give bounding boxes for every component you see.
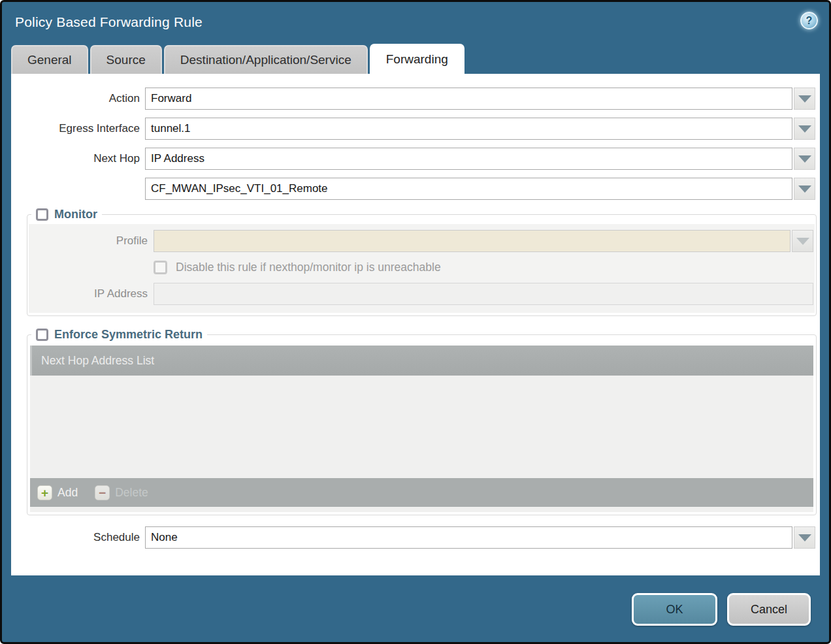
help-icon[interactable]: ? bbox=[800, 12, 818, 29]
chevron-down-icon bbox=[798, 125, 811, 133]
disable-rule-row: Disable this rule if nexthop/monitor ip … bbox=[154, 261, 815, 274]
plus-icon: + bbox=[37, 485, 52, 500]
add-button[interactable]: + Add bbox=[37, 485, 78, 500]
disable-rule-checkbox bbox=[154, 261, 167, 274]
enforce-symmetric-return-checkbox[interactable] bbox=[36, 329, 48, 341]
profile-label: Profile bbox=[29, 234, 148, 248]
monitor-ip-input bbox=[154, 283, 813, 305]
chevron-down-icon bbox=[798, 155, 811, 163]
enforce-legend-label: Enforce Symmetric Return bbox=[54, 328, 203, 342]
table-bottom-strip bbox=[30, 507, 813, 512]
monitor-ip-row: IP Address bbox=[29, 283, 813, 305]
egress-interface-dropdown-button[interactable] bbox=[794, 118, 815, 140]
forwarding-tab-panel: Action Forward Egress Interface tunnel.1… bbox=[11, 74, 820, 575]
egress-interface-label: Egress Interface bbox=[11, 122, 140, 135]
enforce-legend: Enforce Symmetric Return bbox=[31, 328, 207, 342]
dialog-title: Policy Based Forwarding Rule bbox=[15, 14, 829, 30]
next-hop-row: Next Hop IP Address bbox=[11, 148, 815, 170]
schedule-row: Schedule None bbox=[11, 526, 815, 549]
cancel-button[interactable]: Cancel bbox=[727, 593, 811, 626]
monitor-legend: Monitor bbox=[31, 208, 102, 221]
titlebar: Policy Based Forwarding Rule ? bbox=[2, 2, 829, 44]
schedule-select[interactable]: None bbox=[145, 526, 792, 549]
chevron-down-icon bbox=[798, 95, 811, 103]
egress-interface-row: Egress Interface tunnel.1 bbox=[11, 118, 815, 140]
chevron-down-icon bbox=[798, 534, 811, 541]
next-hop-value-row: CF_MWAN_IPsec_VTI_01_Remote bbox=[11, 178, 815, 200]
plus-glyph: + bbox=[41, 487, 48, 499]
egress-interface-select[interactable]: tunnel.1 bbox=[145, 118, 792, 140]
minus-glyph: − bbox=[99, 487, 106, 499]
tab-forwarding[interactable]: Forwarding bbox=[370, 44, 464, 74]
action-label: Action bbox=[11, 92, 140, 105]
next-hop-type-dropdown-button[interactable] bbox=[794, 148, 815, 170]
tab-source[interactable]: Source bbox=[90, 45, 162, 74]
next-hop-type-select[interactable]: IP Address bbox=[145, 148, 792, 170]
action-row: Action Forward bbox=[11, 88, 815, 110]
monitor-ip-label: IP Address bbox=[29, 287, 148, 300]
next-hop-address-select[interactable]: CF_MWAN_IPsec_VTI_01_Remote bbox=[145, 178, 792, 200]
schedule-label: Schedule bbox=[11, 531, 140, 544]
profile-dropdown-button bbox=[792, 230, 813, 252]
action-dropdown-button[interactable] bbox=[794, 88, 815, 110]
delete-button: − Delete bbox=[95, 485, 148, 500]
monitor-panel: Profile Disable this rule if nexthop/mon… bbox=[29, 224, 815, 313]
disable-rule-label: Disable this rule if nexthop/monitor ip … bbox=[176, 261, 441, 274]
table-toolbar: + Add − Delete bbox=[30, 478, 813, 507]
monitor-legend-label: Monitor bbox=[54, 208, 97, 221]
profile-row: Profile bbox=[29, 230, 813, 252]
delete-button-label: Delete bbox=[115, 486, 148, 500]
dialog-footer: OK Cancel bbox=[2, 593, 829, 626]
next-hop-label: Next Hop bbox=[11, 152, 140, 165]
next-hop-address-table: Next Hop Address List + Add − Delete bbox=[30, 346, 813, 512]
tab-general[interactable]: General bbox=[11, 45, 88, 74]
schedule-dropdown-button[interactable] bbox=[794, 526, 815, 549]
next-hop-address-list-body[interactable] bbox=[30, 376, 813, 478]
ok-button[interactable]: OK bbox=[632, 593, 717, 626]
profile-select bbox=[154, 230, 790, 252]
action-select[interactable]: Forward bbox=[145, 88, 792, 110]
minus-icon: − bbox=[95, 485, 110, 500]
policy-based-forwarding-dialog: Policy Based Forwarding Rule ? General S… bbox=[0, 0, 831, 644]
enforce-symmetric-return-fieldset: Enforce Symmetric Return Next Hop Addres… bbox=[27, 328, 817, 515]
tab-bar: General Source Destination/Application/S… bbox=[2, 44, 829, 74]
chevron-down-icon bbox=[796, 238, 809, 245]
add-button-label: Add bbox=[57, 486, 78, 500]
next-hop-address-dropdown-button[interactable] bbox=[794, 178, 815, 200]
tab-destination-application-service[interactable]: Destination/Application/Service bbox=[164, 45, 368, 74]
chevron-down-icon bbox=[798, 185, 811, 193]
next-hop-address-list-header[interactable]: Next Hop Address List bbox=[30, 346, 813, 376]
monitor-fieldset: Monitor Profile Disable this rule if nex… bbox=[27, 208, 817, 316]
monitor-checkbox[interactable] bbox=[36, 208, 48, 221]
